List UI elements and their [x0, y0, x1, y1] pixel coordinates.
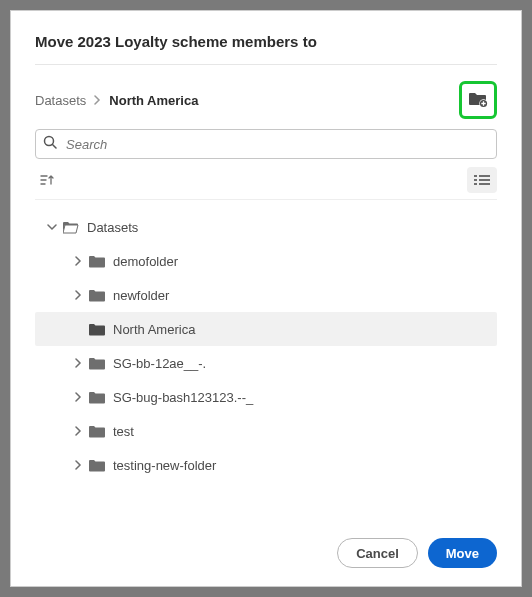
view-list-button[interactable]	[467, 167, 497, 193]
tree-row-label: newfolder	[113, 288, 169, 303]
tree-row-label: demofolder	[113, 254, 178, 269]
folder-icon	[89, 459, 105, 472]
cancel-button[interactable]: Cancel	[337, 538, 418, 568]
chevron-right-icon	[94, 93, 101, 108]
tree-row-label: testing-new-folder	[113, 458, 216, 473]
chevron-down-icon[interactable]	[45, 220, 59, 234]
tree-row[interactable]: test	[35, 414, 497, 448]
tree-row-label: SG-bug-bash123123.--_	[113, 390, 253, 405]
tree-row[interactable]: demofolder	[35, 244, 497, 278]
move-dialog: Move 2023 Loyalty scheme members to Data…	[10, 10, 522, 587]
chevron-right-icon[interactable]	[71, 254, 85, 268]
dialog-title: Move 2023 Loyalty scheme members to	[35, 33, 497, 65]
svg-rect-6	[479, 179, 490, 181]
sort-icon	[40, 174, 56, 186]
tree-row[interactable]: newfolder	[35, 278, 497, 312]
svg-rect-5	[474, 179, 477, 181]
sort-button[interactable]	[35, 169, 61, 191]
dialog-footer: Cancel Move	[35, 538, 497, 568]
topbar: Datasets North America	[35, 81, 497, 119]
folder-icon	[89, 289, 105, 302]
chevron-right-icon[interactable]	[71, 458, 85, 472]
tree-row-label: SG-bb-12ae__-.	[113, 356, 206, 371]
svg-rect-8	[479, 183, 490, 185]
tree-row[interactable]: SG-bb-12ae__-.	[35, 346, 497, 380]
folder-tree: Datasets demofolder newfolder	[35, 210, 497, 526]
breadcrumb-current: North America	[109, 93, 198, 108]
tree-row-label: North America	[113, 322, 195, 337]
folder-open-icon	[63, 221, 79, 234]
chevron-right-icon[interactable]	[71, 424, 85, 438]
folder-icon	[89, 357, 105, 370]
tree-root-row[interactable]: Datasets	[35, 210, 497, 244]
breadcrumb-root[interactable]: Datasets	[35, 93, 86, 108]
tree-row-label: test	[113, 424, 134, 439]
folder-add-icon	[468, 91, 488, 109]
folder-icon	[89, 255, 105, 268]
chevron-right-icon[interactable]	[71, 288, 85, 302]
move-button[interactable]: Move	[428, 538, 497, 568]
breadcrumb: Datasets North America	[35, 93, 198, 108]
folder-icon	[89, 323, 105, 336]
tree-row[interactable]: testing-new-folder	[35, 448, 497, 482]
search-input[interactable]	[35, 129, 497, 159]
folder-icon	[89, 391, 105, 404]
chevron-right-icon[interactable]	[71, 356, 85, 370]
create-folder-button[interactable]	[464, 86, 492, 114]
tree-row[interactable]: SG-bug-bash123123.--_	[35, 380, 497, 414]
tree-row-selected[interactable]: North America	[35, 312, 497, 346]
folder-icon	[89, 425, 105, 438]
list-icon	[474, 174, 490, 186]
svg-rect-7	[474, 183, 477, 185]
highlight-box	[459, 81, 497, 119]
tree-row-label: Datasets	[87, 220, 138, 235]
search-wrap	[35, 129, 497, 159]
svg-rect-4	[479, 175, 490, 177]
svg-rect-3	[474, 175, 477, 177]
chevron-right-icon[interactable]	[71, 390, 85, 404]
search-icon	[43, 135, 57, 153]
list-toolbar	[35, 167, 497, 200]
